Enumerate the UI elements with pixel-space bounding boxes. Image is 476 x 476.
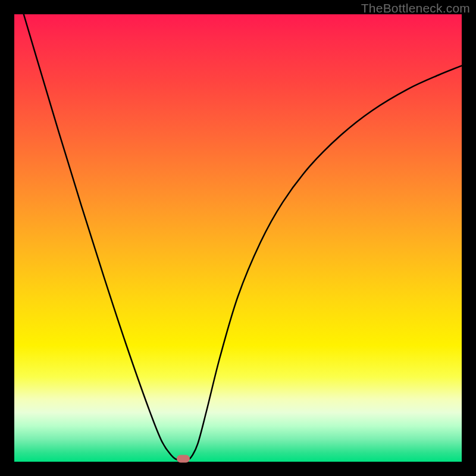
watermark-text: TheBottleneck.com	[361, 1, 470, 15]
chart-minimum-marker	[177, 455, 190, 463]
chart-plot-area	[14, 14, 462, 462]
chart-curve-path	[24, 14, 462, 462]
chart-curve-svg	[14, 14, 462, 462]
